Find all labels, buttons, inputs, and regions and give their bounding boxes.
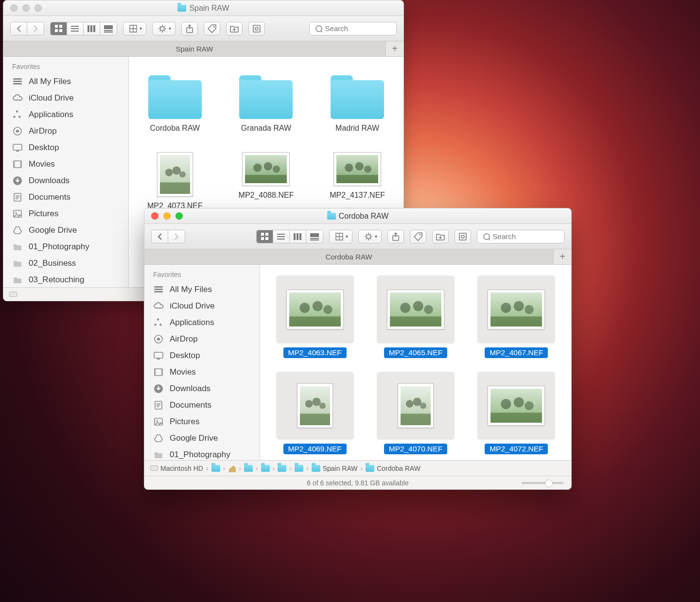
sidebar-item[interactable]: Desktop xyxy=(3,139,128,156)
column-view-button[interactable] xyxy=(290,230,306,243)
file-item-selected[interactable]: MP2_4063.NEF xyxy=(276,275,354,358)
path-crumb[interactable] xyxy=(261,465,270,472)
file-label: MP2_4067.NEF xyxy=(485,347,548,358)
sidebar-item[interactable]: Downloads xyxy=(3,172,128,189)
sidebar-item[interactable]: 01_Photography xyxy=(144,447,260,460)
coverflow-view-button[interactable] xyxy=(100,22,117,35)
folder-item[interactable]: Cordoba RAW xyxy=(148,71,202,133)
path-crumb[interactable] xyxy=(228,464,236,472)
file-label: MP2_4072.NEF xyxy=(485,444,548,454)
path-crumb[interactable]: Macintosh HD xyxy=(150,464,203,472)
finder-window-cordoba-raw[interactable]: Cordoba RAW ▾ ▾ Cordoba RAW + Favori xyxy=(144,208,572,490)
arrange-button[interactable]: ▾ xyxy=(123,22,146,35)
folder-icon xyxy=(366,465,374,472)
path-crumb[interactable] xyxy=(244,465,253,472)
file-item-selected[interactable]: MP2_4065.NEF xyxy=(377,275,455,358)
close-button[interactable] xyxy=(151,212,158,220)
search-input[interactable] xyxy=(325,24,391,33)
sidebar-item[interactable]: 03_Retouching xyxy=(3,272,128,287)
icon-view-button[interactable] xyxy=(257,230,273,243)
sidebar-item[interactable]: Applications xyxy=(144,314,260,331)
sidebar-item[interactable]: Pictures xyxy=(144,413,260,430)
file-item[interactable]: MP2_4137.NEF xyxy=(330,152,385,210)
minimize-button[interactable] xyxy=(163,212,171,220)
minimize-button[interactable] xyxy=(22,4,30,12)
folder-item[interactable]: Granada RAW xyxy=(239,71,293,133)
path-crumb[interactable]: Spain RAW xyxy=(312,464,358,472)
tab-cordoba-raw[interactable]: Cordoba RAW xyxy=(144,249,554,264)
search-field[interactable] xyxy=(309,22,397,35)
sidebar-item[interactable]: Documents xyxy=(144,397,260,413)
sidebar-item[interactable]: 01_Photography xyxy=(3,239,128,255)
all-my-files-icon xyxy=(153,284,164,295)
tab-spain-raw[interactable]: Spain RAW xyxy=(3,41,386,56)
path-crumb[interactable]: Cordoba RAW xyxy=(366,464,420,472)
sidebar-item[interactable]: iCloud Drive xyxy=(3,90,128,106)
zoom-button[interactable] xyxy=(35,4,42,12)
zoom-slider[interactable] xyxy=(522,482,563,484)
path-bar[interactable]: Macintosh HD›››››››Spain RAW›Cordoba RAW xyxy=(144,460,571,476)
file-item-selected[interactable]: MP2_4067.NEF xyxy=(477,275,555,358)
list-view-button[interactable] xyxy=(67,22,84,35)
search-input[interactable] xyxy=(493,232,559,241)
column-view-button[interactable] xyxy=(84,22,100,35)
search-field[interactable] xyxy=(477,230,564,243)
file-item-selected[interactable]: MP2_4072.NEF xyxy=(477,372,555,454)
path-crumb[interactable] xyxy=(211,465,220,472)
sidebar-item[interactable]: Movies xyxy=(3,156,128,172)
arrange-button[interactable]: ▾ xyxy=(329,230,352,243)
titlebar[interactable]: Spain RAW xyxy=(3,0,403,16)
quick-look-button[interactable] xyxy=(455,230,471,243)
sidebar-item-label: AirDrop xyxy=(29,126,57,136)
forward-button[interactable] xyxy=(168,230,185,243)
applications-icon xyxy=(12,109,23,120)
file-item-selected[interactable]: MP2_4069.NEF xyxy=(276,372,354,454)
sidebar-item[interactable]: Documents xyxy=(3,189,128,206)
sidebar-item[interactable]: Google Drive xyxy=(3,222,128,239)
sidebar-item[interactable]: All My Files xyxy=(144,281,260,298)
file-item[interactable]: MP2_4073.NEF xyxy=(147,152,203,210)
new-folder-button[interactable] xyxy=(226,22,243,35)
path-crumb[interactable] xyxy=(278,465,286,472)
sidebar-item[interactable]: Desktop xyxy=(144,347,260,364)
sidebar-item[interactable]: Applications xyxy=(3,106,128,123)
zoom-button[interactable] xyxy=(175,212,183,220)
icon-view-button[interactable] xyxy=(51,22,67,35)
sidebar-item[interactable]: iCloud Drive xyxy=(144,298,260,314)
sidebar-item[interactable]: AirDrop xyxy=(3,123,128,139)
close-button[interactable] xyxy=(10,4,18,12)
file-item-selected[interactable]: MP2_4070.NEF xyxy=(377,372,455,454)
sidebar[interactable]: Favorites All My FilesiCloud DriveApplic… xyxy=(3,57,129,287)
list-view-button[interactable] xyxy=(273,230,290,243)
sidebar-item[interactable]: Pictures xyxy=(3,206,128,222)
action-button[interactable]: ▾ xyxy=(152,22,175,35)
file-item[interactable]: MP2_4088.NEF xyxy=(239,152,294,210)
back-button[interactable] xyxy=(11,22,27,35)
sidebar-item[interactable]: Movies xyxy=(144,364,260,380)
new-tab-button[interactable]: + xyxy=(386,41,403,56)
coverflow-view-button[interactable] xyxy=(306,230,323,243)
sidebar-item[interactable]: Google Drive xyxy=(144,430,260,447)
quick-look-button[interactable] xyxy=(248,22,265,35)
new-tab-button[interactable]: + xyxy=(554,249,571,264)
folder-icon xyxy=(331,80,384,119)
folder-item[interactable]: Madrid RAW xyxy=(331,71,384,133)
share-button[interactable] xyxy=(181,22,198,35)
back-button[interactable] xyxy=(152,230,168,243)
sidebar[interactable]: Favorites All My FilesiCloud DriveApplic… xyxy=(144,265,260,460)
file-label: MP2_4137.NEF xyxy=(330,191,385,200)
sidebar-item[interactable]: Downloads xyxy=(144,380,260,397)
tags-button[interactable] xyxy=(204,22,220,35)
new-folder-button[interactable] xyxy=(432,230,449,243)
action-button[interactable]: ▾ xyxy=(358,230,382,243)
titlebar[interactable]: Cordoba RAW xyxy=(144,208,571,224)
file-browser[interactable]: MP2_4063.NEFMP2_4065.NEFMP2_4067.NEFMP2_… xyxy=(260,265,571,460)
share-button[interactable] xyxy=(387,230,404,243)
path-crumb[interactable] xyxy=(295,465,303,472)
sidebar-item[interactable]: AirDrop xyxy=(144,331,260,347)
forward-button[interactable] xyxy=(27,22,44,35)
tags-button[interactable] xyxy=(410,230,426,243)
sidebar-item[interactable]: 02_Business xyxy=(3,255,128,272)
sidebar-item[interactable]: All My Files xyxy=(3,73,128,90)
path-crumb-label: Cordoba RAW xyxy=(377,464,420,472)
